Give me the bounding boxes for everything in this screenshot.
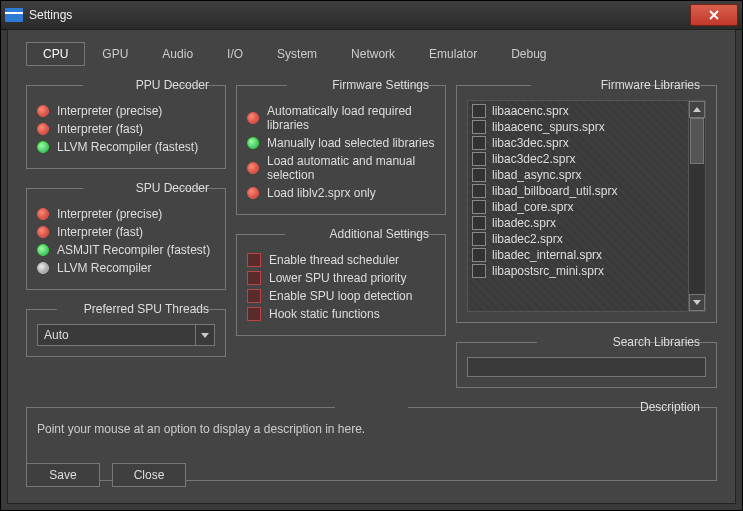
additional-option[interactable]: Hook static functions xyxy=(247,307,435,321)
firmware-option-label: Load liblv2.sprx only xyxy=(267,186,376,200)
spu-option-label: ASMJIT Recompiler (fastest) xyxy=(57,243,210,257)
library-item-label: libac3dec.sprx xyxy=(492,136,569,150)
window-title: Settings xyxy=(29,8,72,22)
additional-option-label: Enable SPU loop detection xyxy=(269,289,412,303)
spu-threads-legend: Preferred SPU Threads xyxy=(78,302,215,316)
radio-icon xyxy=(247,187,259,199)
firmware-option-label: Automatically load required libraries xyxy=(267,104,435,132)
scroll-track[interactable] xyxy=(689,118,705,294)
ppu-option[interactable]: Interpreter (precise) xyxy=(37,104,215,118)
scroll-thumb[interactable] xyxy=(690,118,704,164)
spu-option[interactable]: LLVM Recompiler xyxy=(37,261,215,275)
additional-settings-legend: Additional Settings xyxy=(324,227,435,241)
library-item[interactable]: libad_async.sprx xyxy=(472,167,684,183)
spu-option[interactable]: Interpreter (fast) xyxy=(37,225,215,239)
tab-audio[interactable]: Audio xyxy=(145,42,210,66)
checkbox-icon xyxy=(247,289,261,303)
search-libraries-legend: Search Libraries xyxy=(607,335,706,349)
checkbox-icon xyxy=(247,271,261,285)
radio-icon xyxy=(37,262,49,274)
radio-icon xyxy=(37,226,49,238)
spu-option[interactable]: Interpreter (precise) xyxy=(37,207,215,221)
close-button[interactable]: Close xyxy=(112,463,186,487)
checkbox-icon xyxy=(472,136,486,150)
spu-decoder-legend: SPU Decoder xyxy=(130,181,215,195)
additional-option-label: Lower SPU thread priority xyxy=(269,271,406,285)
library-item-label: libad_billboard_util.sprx xyxy=(492,184,617,198)
library-item[interactable]: libadec2.sprx xyxy=(472,231,684,247)
tab-cpu[interactable]: CPU xyxy=(26,42,85,66)
firmware-option[interactable]: Manually load selected libraries xyxy=(247,136,435,150)
ppu-option[interactable]: LLVM Recompiler (fastest) xyxy=(37,140,215,154)
radio-icon xyxy=(37,105,49,117)
radio-icon xyxy=(247,137,259,149)
firmware-settings-legend: Firmware Settings xyxy=(326,78,435,92)
tab-io[interactable]: I/O xyxy=(210,42,260,66)
checkbox-icon xyxy=(247,253,261,267)
library-item[interactable]: libac3dec2.sprx xyxy=(472,151,684,167)
radio-icon xyxy=(247,112,259,124)
spu-threads-value: Auto xyxy=(38,328,195,342)
firmware-libraries-legend: Firmware Libraries xyxy=(595,78,706,92)
firmware-option-label: Load automatic and manual selection xyxy=(267,154,435,182)
tab-debug[interactable]: Debug xyxy=(494,42,563,66)
additional-option[interactable]: Lower SPU thread priority xyxy=(247,271,435,285)
app-icon xyxy=(5,8,23,22)
search-input[interactable] xyxy=(467,357,706,377)
scrollbar[interactable] xyxy=(688,101,705,311)
tab-system[interactable]: System xyxy=(260,42,334,66)
ppu-option-label: Interpreter (fast) xyxy=(57,122,143,136)
scroll-down-button[interactable] xyxy=(689,294,705,311)
spu-option[interactable]: ASMJIT Recompiler (fastest) xyxy=(37,243,215,257)
save-button[interactable]: Save xyxy=(26,463,100,487)
client-area: CPUGPUAudioI/OSystemNetworkEmulatorDebug… xyxy=(7,29,736,504)
library-item[interactable]: libapostsrc_mini.sprx xyxy=(472,263,684,279)
library-listbox[interactable]: libaacenc.sprxlibaacenc_spurs.sprxlibac3… xyxy=(467,100,706,312)
library-item[interactable]: libaacenc.sprx xyxy=(472,103,684,119)
ppu-decoder-legend: PPU Decoder xyxy=(130,78,215,92)
tab-bar: CPUGPUAudioI/OSystemNetworkEmulatorDebug xyxy=(26,42,717,66)
firmware-libraries-group: Firmware Libraries libaacenc.sprxlibaace… xyxy=(456,78,717,323)
checkbox-icon xyxy=(472,248,486,262)
firmware-option[interactable]: Load automatic and manual selection xyxy=(247,154,435,182)
firmware-settings-group: Firmware Settings Automatically load req… xyxy=(236,78,446,215)
radio-icon xyxy=(247,162,259,174)
additional-settings-group: Additional Settings Enable thread schedu… xyxy=(236,227,446,336)
window-close-button[interactable] xyxy=(690,4,738,26)
firmware-option[interactable]: Load liblv2.sprx only xyxy=(247,186,435,200)
checkbox-icon xyxy=(472,216,486,230)
firmware-option[interactable]: Automatically load required libraries xyxy=(247,104,435,132)
scroll-up-button[interactable] xyxy=(689,101,705,118)
library-item[interactable]: libac3dec.sprx xyxy=(472,135,684,151)
checkbox-icon xyxy=(472,152,486,166)
library-item-label: libaacenc.sprx xyxy=(492,104,569,118)
library-item[interactable]: libadec.sprx xyxy=(472,215,684,231)
checkbox-icon xyxy=(472,168,486,182)
library-item-label: libadec2.sprx xyxy=(492,232,563,246)
tab-gpu[interactable]: GPU xyxy=(85,42,145,66)
checkbox-icon xyxy=(472,232,486,246)
additional-option-label: Enable thread scheduler xyxy=(269,253,399,267)
library-item[interactable]: libadec_internal.sprx xyxy=(472,247,684,263)
checkbox-icon xyxy=(472,184,486,198)
additional-option[interactable]: Enable SPU loop detection xyxy=(247,289,435,303)
firmware-option-label: Manually load selected libraries xyxy=(267,136,434,150)
chevron-down-icon xyxy=(195,325,214,345)
additional-option[interactable]: Enable thread scheduler xyxy=(247,253,435,267)
ppu-decoder-group: PPU Decoder Interpreter (precise)Interpr… xyxy=(26,78,226,169)
checkbox-icon xyxy=(472,200,486,214)
library-item[interactable]: libad_billboard_util.sprx xyxy=(472,183,684,199)
ppu-option[interactable]: Interpreter (fast) xyxy=(37,122,215,136)
settings-window: Settings CPUGPUAudioI/OSystemNetworkEmul… xyxy=(0,0,743,511)
spu-option-label: LLVM Recompiler xyxy=(57,261,151,275)
tab-network[interactable]: Network xyxy=(334,42,412,66)
library-item[interactable]: libad_core.sprx xyxy=(472,199,684,215)
tab-emulator[interactable]: Emulator xyxy=(412,42,494,66)
library-item-label: libad_async.sprx xyxy=(492,168,581,182)
spu-threads-select[interactable]: Auto xyxy=(37,324,215,346)
library-item-label: libadec.sprx xyxy=(492,216,556,230)
description-legend: Description xyxy=(634,400,706,414)
checkbox-icon xyxy=(472,104,486,118)
library-item-label: libaacenc_spurs.sprx xyxy=(492,120,605,134)
library-item[interactable]: libaacenc_spurs.sprx xyxy=(472,119,684,135)
